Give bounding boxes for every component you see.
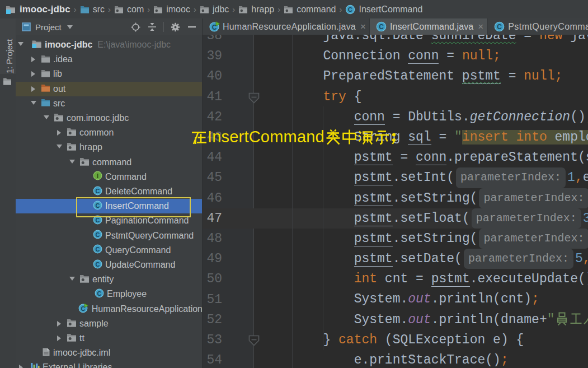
svg-text:C: C — [348, 6, 352, 13]
svg-text:C: C — [96, 216, 100, 223]
svg-text:C: C — [96, 260, 100, 267]
svg-text:C: C — [96, 246, 100, 253]
svg-text:C: C — [96, 231, 100, 238]
svg-text:C: C — [96, 187, 100, 194]
svg-text:C: C — [379, 23, 384, 31]
svg-text:C: C — [97, 290, 102, 296]
svg-text:C: C — [497, 23, 502, 31]
svg-text:I: I — [97, 173, 98, 179]
